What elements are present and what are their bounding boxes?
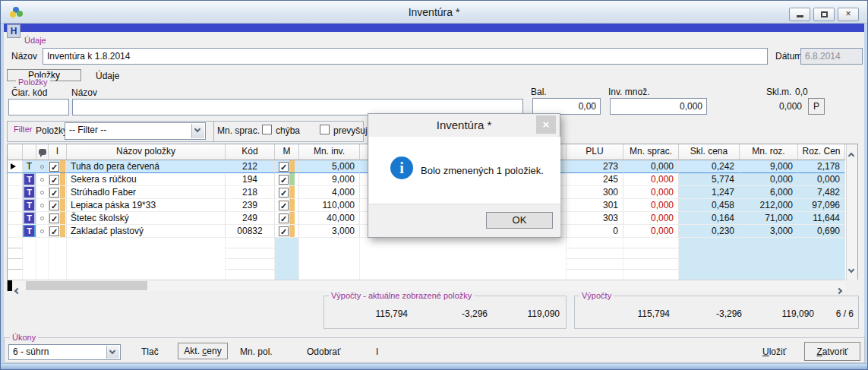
m-checkbox[interactable]: ✓ <box>279 188 289 198</box>
cell-skl-cena[interactable]: 0,164 <box>679 212 740 225</box>
scroll-left-icon[interactable] <box>15 283 20 296</box>
cell-mn-sprac[interactable]: 0,000 <box>623 225 679 238</box>
cell-kod[interactable]: 00832 <box>226 225 275 238</box>
cell-mn-sprac[interactable]: 0,000 <box>623 212 679 225</box>
cell-mn-inv[interactable]: 3,000 <box>299 225 360 238</box>
odobrat-button[interactable]: Odobrať <box>307 346 341 357</box>
chevron-down-icon[interactable] <box>191 124 204 138</box>
cell-skl-cena[interactable]: 1,247 <box>679 186 740 199</box>
akt-ceny-button[interactable]: Akt. ceny <box>178 343 228 359</box>
cell-m-flag[interactable]: ✓ <box>275 212 299 225</box>
cell-i-flag[interactable]: ✓ <box>49 186 67 199</box>
cell-type[interactable]: T <box>23 160 36 173</box>
cell-skl-cena[interactable]: 0,230 <box>679 225 740 238</box>
cell-kod[interactable]: 194 <box>226 173 275 186</box>
scroll-up-icon[interactable] <box>849 147 854 161</box>
i-checkbox[interactable]: ✓ <box>49 175 59 185</box>
cell-nazov[interactable]: Tuha do pera červená <box>67 160 226 173</box>
row-gutter[interactable] <box>8 199 23 212</box>
m-checkbox[interactable]: ✓ <box>279 201 289 210</box>
p-button[interactable]: P <box>808 98 825 115</box>
prevysuje-checkbox[interactable] <box>320 125 330 134</box>
m-checkbox[interactable]: ✓ <box>279 226 289 236</box>
cell-note[interactable] <box>36 199 49 212</box>
m-checkbox[interactable]: ✓ <box>279 213 289 223</box>
ukony-select[interactable]: 6 - súhrn <box>8 344 121 360</box>
cell-mn-inv[interactable]: 4,000 <box>299 186 360 199</box>
cell-note[interactable] <box>36 186 49 199</box>
cell-m-flag[interactable]: ✓ <box>275 186 299 199</box>
cell-type[interactable]: T <box>23 173 36 186</box>
i-checkbox[interactable]: ✓ <box>49 188 59 198</box>
cell-note[interactable] <box>36 212 49 225</box>
cell-m-flag[interactable]: ✓ <box>275 199 299 212</box>
row-gutter[interactable] <box>8 225 23 238</box>
cell-i-flag[interactable]: ✓ <box>49 212 67 225</box>
ok-button[interactable]: OK <box>486 212 553 229</box>
cell-roz-cen[interactable]: 11,644 <box>798 212 845 225</box>
m-checkbox[interactable]: ✓ <box>279 175 289 185</box>
tab-udaje[interactable]: Údaje <box>96 71 119 81</box>
cell-mn-inv[interactable]: 40,000 <box>299 212 360 225</box>
cell-plu[interactable]: 0 <box>567 225 623 238</box>
close-button[interactable]: × <box>838 8 859 21</box>
minimize-button[interactable] <box>789 8 810 21</box>
bal-input[interactable]: 0,00 <box>532 98 601 115</box>
cell-m-flag[interactable]: ✓ <box>275 225 299 238</box>
nazov-input[interactable]: Inventúra k 1.8.2014 <box>43 48 768 65</box>
scroll-right-icon[interactable] <box>837 283 841 296</box>
vertical-scrollbar[interactable] <box>846 144 857 280</box>
zatvorit-button[interactable]: Zatvoriť <box>804 342 860 361</box>
cell-skl-cena[interactable]: 5,774 <box>679 173 740 186</box>
cell-plu[interactable]: 273 <box>567 160 623 173</box>
cell-plu[interactable]: 303 <box>567 212 623 225</box>
header-plu[interactable]: PLU <box>567 144 623 160</box>
row-gutter[interactable] <box>8 160 23 173</box>
h-toolbar-button[interactable]: H <box>7 24 21 38</box>
cell-mn-sprac[interactable]: 0,000 <box>623 186 679 199</box>
cell-roz-cen[interactable]: 0,690 <box>798 225 845 238</box>
grid-split-handle[interactable] <box>8 280 12 291</box>
cell-m-flag[interactable]: ✓ <box>275 173 299 186</box>
header-t[interactable] <box>23 144 36 160</box>
cell-type[interactable]: T <box>23 212 36 225</box>
cell-mn-roz[interactable]: 9,000 <box>740 160 798 173</box>
dialog-close-button[interactable]: × <box>536 115 556 134</box>
cell-mn-inv[interactable]: 110,000 <box>299 199 360 212</box>
header-mn-inv[interactable]: Mn. inv. <box>299 144 360 160</box>
cell-roz-cen[interactable]: 2,178 <box>798 160 845 173</box>
row-gutter[interactable] <box>8 173 23 186</box>
horizontal-scrollbar[interactable] <box>8 280 846 291</box>
header-nazov[interactable]: Názov položky <box>67 144 226 160</box>
cell-i-flag[interactable]: ✓ <box>49 160 67 173</box>
cell-kod[interactable]: 249 <box>226 212 275 225</box>
cell-kod[interactable]: 212 <box>226 160 275 173</box>
cell-mn-roz[interactable]: 0,000 <box>740 173 798 186</box>
cell-nazov[interactable]: Strúhadlo Faber <box>67 186 226 199</box>
cell-mn-roz[interactable]: 71,000 <box>740 212 798 225</box>
cell-i-flag[interactable]: ✓ <box>49 173 67 186</box>
cell-note[interactable] <box>36 225 49 238</box>
inv-mnoz-input[interactable]: 0,000 <box>610 98 707 115</box>
cell-note[interactable] <box>36 173 49 186</box>
cell-roz-cen[interactable]: 7,482 <box>798 186 845 199</box>
cell-roz-cen[interactable]: 0,000 <box>798 173 845 186</box>
cell-mn-roz[interactable]: 6,000 <box>740 186 798 199</box>
m-checkbox[interactable]: ✓ <box>279 162 289 172</box>
cell-skl-cena[interactable]: 0,458 <box>679 199 740 212</box>
ulozit-button[interactable]: Uložiť <box>762 346 786 357</box>
cell-mn-roz[interactable]: 212,000 <box>740 199 798 212</box>
cell-kod[interactable]: 218 <box>226 186 275 199</box>
cell-type[interactable]: T <box>23 225 36 238</box>
header-mn-roz[interactable]: Mn. roz. <box>740 144 798 160</box>
tlac-button[interactable]: Tlač <box>141 346 159 357</box>
scroll-down-icon[interactable] <box>849 261 854 275</box>
cell-roz-cen[interactable]: 97,096 <box>798 199 845 212</box>
horizontal-scroll-thumb[interactable] <box>26 281 147 290</box>
cell-nazov[interactable]: Lepiaca páska 19*33 <box>67 199 226 212</box>
cell-mn-sprac[interactable]: 0,000 <box>623 199 679 212</box>
i-checkbox[interactable]: ✓ <box>49 162 59 172</box>
header-kod[interactable]: Kód <box>226 144 275 160</box>
header-m[interactable]: M <box>275 144 299 160</box>
header-note[interactable] <box>36 144 49 160</box>
